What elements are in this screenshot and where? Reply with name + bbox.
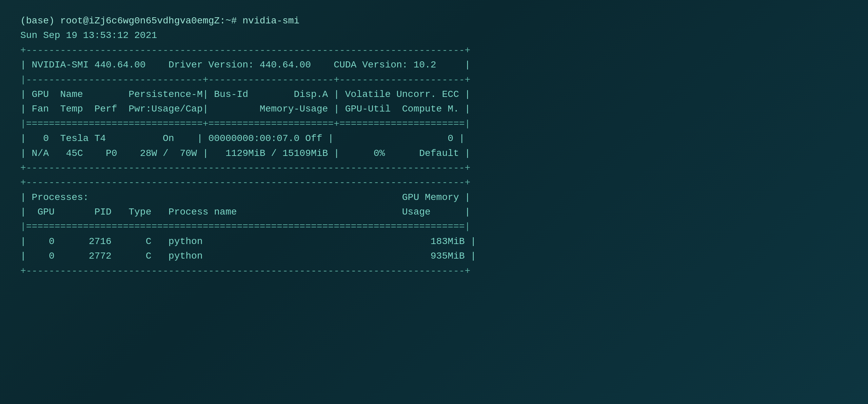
gpu-header-2: | Fan Temp Perf Pwr:Usage/Cap| Memory-Us…: [20, 102, 848, 116]
smi-info-line: | NVIDIA-SMI 440.64.00 Driver Version: 4…: [20, 58, 848, 72]
gpu-header-1: | GPU Name Persistence-M| Bus-Id Disp.A …: [20, 87, 848, 102]
separator-2: |-------------------------------+-------…: [20, 73, 848, 87]
separator-7: +---------------------------------------…: [20, 264, 848, 278]
gpu0-data-2: | N/A 45C P0 28W / 70W | 1129MiB / 15109…: [20, 146, 848, 161]
processes-header-2: | GPU PID Type Process name Usage |: [20, 205, 848, 219]
processes-header-1: | Processes: GPU Memory |: [20, 190, 848, 205]
separator-3: |===============================+=======…: [20, 117, 848, 131]
separator-5: +---------------------------------------…: [20, 175, 848, 190]
date-line: Sun Sep 19 13:53:12 2021: [20, 28, 848, 43]
separator-1: +---------------------------------------…: [20, 43, 848, 58]
separator-6: |=======================================…: [20, 219, 848, 234]
gpu0-data-1: | 0 Tesla T4 On | 00000000:00:07.0 Off |…: [20, 131, 848, 146]
process-row-2: | 0 2772 C python 935MiB |: [20, 249, 848, 263]
process-row-1: | 0 2716 C python 183MiB |: [20, 234, 848, 249]
terminal-output: (base) root@iZj6c6wg0n65vdhgva0emgZ:~# n…: [20, 14, 848, 278]
prompt-line: (base) root@iZj6c6wg0n65vdhgva0emgZ:~# n…: [20, 14, 848, 28]
separator-4: +---------------------------------------…: [20, 161, 848, 175]
